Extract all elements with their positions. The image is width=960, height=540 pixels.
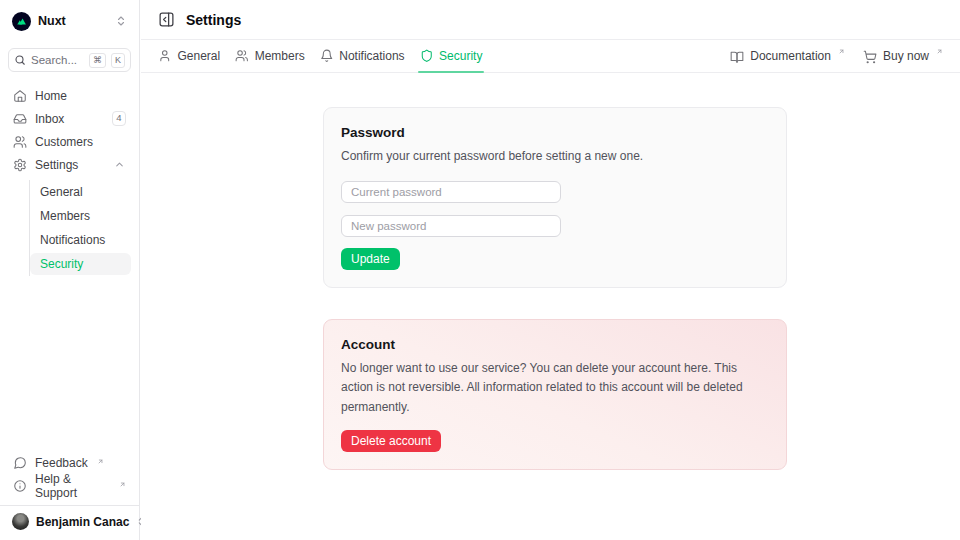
external-link-icon <box>838 48 845 55</box>
sidebar: Nuxt Search... ⌘ K Home Inbox 4 <box>0 0 140 540</box>
sidebar-item-general[interactable]: General <box>30 181 131 203</box>
buy-now-label: Buy now <box>883 49 929 63</box>
sidebar-item-home[interactable]: Home <box>8 86 131 105</box>
sidebar-item-members[interactable]: Members <box>30 205 131 227</box>
external-link-icon <box>936 48 943 55</box>
external-link-icon <box>97 458 104 465</box>
new-password-field[interactable] <box>341 215 561 237</box>
info-circle-icon <box>13 479 27 493</box>
search-placeholder: Search... <box>31 54 84 66</box>
delete-account-button[interactable]: Delete account <box>341 430 441 452</box>
page-header: Settings <box>141 0 960 40</box>
chevrons-up-down-icon <box>115 15 127 27</box>
sidebar-item-label: Settings <box>35 158 106 172</box>
book-open-icon <box>730 50 744 64</box>
password-card-title: Password <box>341 125 769 140</box>
password-card: Password Confirm your current password b… <box>323 107 787 288</box>
tab-general[interactable]: General <box>158 40 220 72</box>
search-icon <box>14 54 26 66</box>
sidebar-item-customers[interactable]: Customers <box>8 132 131 151</box>
feedback-link[interactable]: Feedback <box>8 453 131 472</box>
feedback-label: Feedback <box>35 456 88 470</box>
buy-now-link[interactable]: Buy now <box>863 49 943 64</box>
chat-bubble-icon <box>13 456 27 470</box>
settings-tabbar: General Members Notifications Security D… <box>141 40 960 73</box>
current-password-field[interactable] <box>341 181 561 203</box>
tabbar-actions: Documentation Buy now <box>730 49 943 64</box>
password-card-description: Confirm your current password before set… <box>341 147 769 166</box>
search-input[interactable]: Search... ⌘ K <box>8 48 131 72</box>
account-card-description: No longer want to use our service? You c… <box>341 359 769 417</box>
team-name: Nuxt <box>38 14 108 28</box>
tab-members[interactable]: Members <box>235 40 305 72</box>
sidebar-spacer <box>8 276 131 453</box>
sidebar-item-label: Home <box>35 89 126 103</box>
documentation-label: Documentation <box>750 49 831 63</box>
bell-icon <box>320 49 334 63</box>
security-settings-panel: Password Confirm your current password b… <box>141 74 960 540</box>
kbd-k: K <box>111 53 125 68</box>
external-link-icon <box>119 481 126 488</box>
sidebar-nav: Home Inbox 4 Customers Settings Gener <box>8 86 131 276</box>
tab-label: Notifications <box>339 49 404 63</box>
inbox-count-badge: 4 <box>112 111 126 126</box>
user-icon <box>158 49 172 63</box>
sidebar-item-label: Inbox <box>35 112 104 126</box>
update-button[interactable]: Update <box>341 248 400 270</box>
sidebar-item-notifications[interactable]: Notifications <box>30 229 131 251</box>
account-card: Account No longer want to use our servic… <box>323 319 787 470</box>
page-title: Settings <box>186 12 241 28</box>
team-selector[interactable]: Nuxt <box>8 8 131 34</box>
avatar <box>12 513 29 530</box>
help-support-link[interactable]: Help & Support <box>8 476 131 495</box>
user-menu[interactable]: Benjamin Canac <box>8 508 131 532</box>
tab-label: Members <box>255 49 305 63</box>
help-support-label: Help & Support <box>35 472 110 500</box>
documentation-link[interactable]: Documentation <box>730 49 845 64</box>
tab-security[interactable]: Security <box>420 40 483 72</box>
sidebar-item-settings[interactable]: Settings <box>8 155 131 174</box>
sidebar-item-security[interactable]: Security <box>30 253 131 275</box>
gear-icon <box>13 158 27 172</box>
sidebar-divider <box>0 505 139 506</box>
users-icon <box>235 49 249 63</box>
tab-label: General <box>178 49 221 63</box>
users-icon <box>13 135 27 149</box>
sidebar-item-inbox[interactable]: Inbox 4 <box>8 109 131 128</box>
inbox-icon <box>13 112 27 126</box>
home-icon <box>13 89 27 103</box>
account-card-title: Account <box>341 337 769 352</box>
shield-icon <box>420 49 434 63</box>
nuxt-logo-icon <box>12 12 31 31</box>
chevron-up-icon <box>114 159 126 171</box>
tab-notifications[interactable]: Notifications <box>320 40 405 72</box>
sidebar-item-label: Customers <box>35 135 126 149</box>
tab-label: Security <box>439 49 482 63</box>
shopping-cart-icon <box>863 50 877 64</box>
sidebar-collapse-icon[interactable] <box>158 11 175 28</box>
kbd-meta: ⌘ <box>89 53 106 68</box>
user-name: Benjamin Canac <box>36 515 129 529</box>
settings-subnav: General Members Notifications Security <box>29 180 131 276</box>
